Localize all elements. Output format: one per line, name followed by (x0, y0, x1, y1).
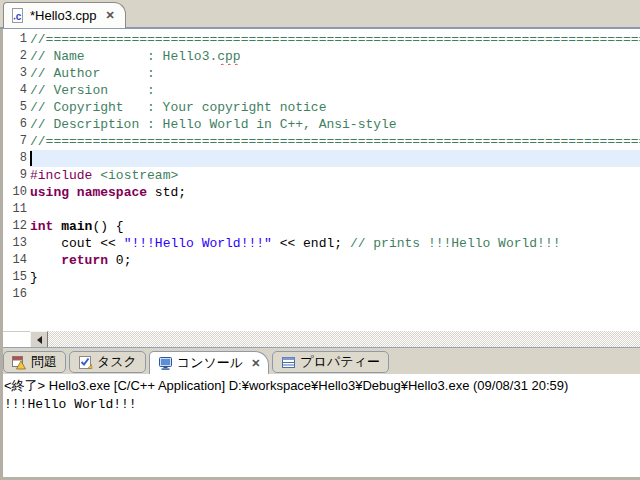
code-text[interactable] (30, 286, 640, 303)
code-text[interactable] (30, 150, 640, 167)
code-text[interactable]: //======================================… (30, 133, 640, 150)
code-segment (69, 185, 77, 200)
line-number: 14 (0, 252, 30, 269)
svg-text:c: c (16, 11, 22, 22)
window-left-border (0, 29, 3, 480)
code-text[interactable]: //======================================… (30, 31, 640, 48)
code-segment: () { (92, 219, 123, 234)
bottom-tab-label: タスク (97, 353, 137, 371)
code-text[interactable]: #include <iostream> (30, 167, 640, 184)
line-number: 15 (0, 269, 30, 286)
bottom-tab-label: プロパティー (300, 353, 380, 371)
code-line[interactable]: 14 return 0; (0, 252, 640, 269)
code-text[interactable]: } (30, 269, 640, 286)
code-line[interactable]: 7//=====================================… (0, 133, 640, 150)
code-editor[interactable]: 1//=====================================… (0, 29, 640, 347)
code-text[interactable]: // Copyright : Your copyright notice (30, 99, 640, 116)
code-line[interactable]: 11 (0, 201, 640, 218)
code-segment: int (30, 219, 53, 234)
line-number: 5 (0, 99, 30, 116)
properties-icon (281, 355, 296, 370)
code-line[interactable]: 2// Name : Hello3.cpp (0, 48, 640, 65)
code-line[interactable]: 15} (0, 269, 640, 286)
code-segment: // prints !!!Hello World!!! (350, 236, 561, 251)
code-text[interactable]: // Description : Hello World in C++, Ans… (30, 116, 640, 133)
code-segment: //======================================… (30, 134, 640, 149)
code-text[interactable]: return 0; (30, 252, 640, 269)
console-view[interactable]: <終了> Hello3.exe [C/C++ Application] D:¥w… (0, 374, 640, 480)
code-line[interactable]: 9#include <iostream> (0, 167, 640, 184)
console-output: !!!Hello World!!! (0, 395, 640, 414)
code-segment: // Name : Hello3. (30, 49, 217, 64)
code-text[interactable]: // Name : Hello3.cpp (30, 48, 640, 65)
line-number: 10 (0, 184, 30, 201)
code-lines: 1//=====================================… (0, 31, 640, 303)
eclipse-window: c *Hello3.cpp ✕ 1//=====================… (0, 0, 640, 480)
left-arrow-icon (37, 336, 42, 344)
bottom-tab-problems[interactable]: 問題 (3, 351, 66, 373)
line-number: 6 (0, 116, 30, 133)
console-status-line: <終了> Hello3.exe [C/C++ Application] D:¥w… (0, 374, 640, 395)
horizontal-scrollbar[interactable] (0, 331, 640, 347)
code-text[interactable] (30, 201, 640, 218)
code-line[interactable]: 1//=====================================… (0, 31, 640, 48)
code-text[interactable]: using namespace std; (30, 184, 640, 201)
line-number: 13 (0, 235, 30, 252)
line-number: 3 (0, 65, 30, 82)
code-line[interactable]: 3// Author : (0, 65, 640, 82)
line-number: 1 (0, 31, 30, 48)
code-line[interactable]: 6// Description : Hello World in C++, An… (0, 116, 640, 133)
code-line[interactable]: 5// Copyright : Your copyright notice (0, 99, 640, 116)
code-segment: cpp (217, 49, 240, 64)
scrollbar-track[interactable] (48, 331, 640, 347)
text-cursor (30, 151, 32, 166)
line-number: 4 (0, 82, 30, 99)
code-segment: // Version : (30, 83, 155, 98)
code-segment: 0; (108, 253, 131, 268)
code-segment: cout << (30, 236, 124, 251)
code-text[interactable]: int main() { (30, 218, 640, 235)
code-line[interactable]: 13 cout << "!!!Hello World!!!" << endl; … (0, 235, 640, 252)
code-segment: std; (147, 185, 186, 200)
line-number: 2 (0, 48, 30, 65)
code-line[interactable]: 16 (0, 286, 640, 303)
code-segment (30, 253, 61, 268)
c-file-icon: c (10, 8, 25, 23)
bottom-tab-tasks[interactable]: タスク (69, 351, 146, 373)
code-segment: // Author : (30, 66, 155, 81)
code-line[interactable]: 4// Version : (0, 82, 640, 99)
bottom-tab-bar: 問題タスクコンソール✕プロパティー (0, 352, 640, 374)
code-text[interactable]: cout << "!!!Hello World!!!" << endl; // … (30, 235, 640, 252)
problems-icon (12, 355, 27, 370)
code-segment: using (30, 185, 69, 200)
editor-tab-hello3cpp[interactable]: c *Hello3.cpp ✕ (3, 2, 126, 28)
bottom-tab-label: 問題 (31, 353, 57, 371)
scroll-left-button[interactable] (30, 331, 48, 347)
line-number: 12 (0, 218, 30, 235)
code-segment: <iostream> (100, 168, 178, 183)
code-segment: << endl; (272, 236, 350, 251)
tasks-icon (78, 355, 93, 370)
line-number: 7 (0, 133, 30, 150)
line-number: 11 (0, 201, 30, 218)
bottom-tab-console[interactable]: コンソール✕ (149, 351, 269, 374)
editor-tab-label: *Hello3.cpp (30, 8, 97, 23)
scrollbar-left-gap (0, 331, 30, 347)
code-segment: } (30, 270, 38, 285)
line-number: 8 (0, 150, 30, 167)
code-segment: #include (30, 168, 92, 183)
line-number: 16 (0, 286, 30, 303)
bottom-tab-properties[interactable]: プロパティー (272, 351, 389, 373)
bottom-tab-label: コンソール (177, 354, 243, 372)
code-line[interactable]: 8 (0, 150, 640, 167)
code-text[interactable]: // Author : (30, 65, 640, 82)
console-tab-close-icon[interactable]: ✕ (251, 357, 260, 370)
code-line[interactable]: 12int main() { (0, 218, 640, 235)
code-segment: namespace (77, 185, 147, 200)
code-segment: return (61, 253, 108, 268)
code-line[interactable]: 10using namespace std; (0, 184, 640, 201)
code-segment: //======================================… (30, 32, 640, 47)
code-text[interactable]: // Version : (30, 82, 640, 99)
editor-tab-close-icon[interactable]: ✕ (106, 9, 115, 22)
line-number: 9 (0, 167, 30, 184)
